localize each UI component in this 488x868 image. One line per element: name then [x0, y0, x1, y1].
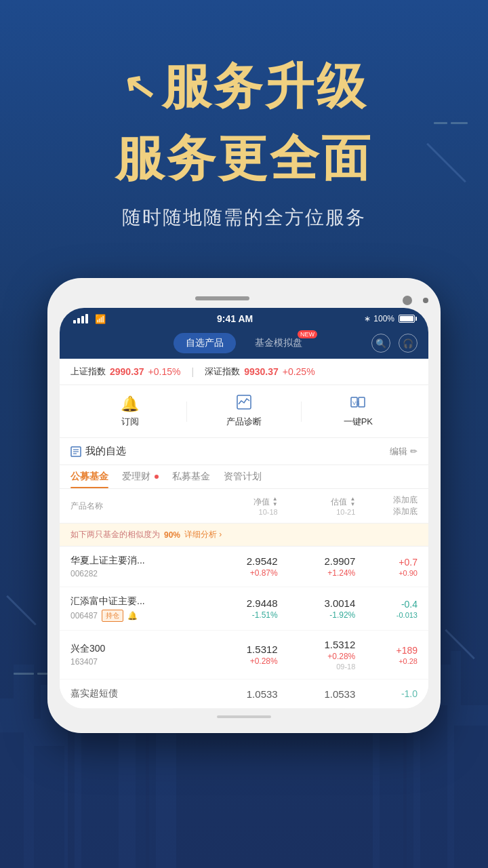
nav-value-3: 1.0533: [200, 688, 278, 700]
fund-row-1[interactable]: 汇添富中证主要... 006487 持仓 🔔 2.9448 -1.51%: [60, 587, 428, 631]
add-value-1: -0.4: [355, 599, 418, 610]
fund-nav-3: 1.0533: [200, 688, 278, 700]
sort-arrows-est: ▲▼: [350, 496, 355, 507]
star-icon: [70, 446, 81, 457]
fund-tab-private-label: 私募基金: [172, 471, 210, 481]
nav-tab-wrapper-jijin: 基金模拟盘 NEW: [243, 333, 314, 353]
fund-tab-row: 公募基金 爱理财 私募基金 资管计划: [60, 465, 428, 489]
similarity-notice: 如下两只基金的相似度为 90% 详细分析 ›: [60, 524, 428, 547]
fund-code-2: 163407: [70, 657, 98, 667]
subscribe-icon: 🔔: [121, 395, 139, 413]
signal-bar-2: [77, 318, 80, 323]
fund-add-3: -1.0: [355, 688, 418, 699]
home-indicator-area: [60, 709, 428, 721]
battery-percent: 100%: [373, 314, 394, 323]
headset-icon-btn[interactable]: 🎧: [399, 334, 418, 353]
fund-tab-private[interactable]: 私募基金: [172, 471, 210, 488]
action-bar: 🔔 订阅 产品诊断: [60, 385, 428, 438]
add-sub-1: -0.013: [355, 611, 418, 619]
add-sub-0: +0.90: [355, 569, 418, 577]
svg-text:VS: VS: [352, 400, 360, 406]
fund-tab-wealth[interactable]: 爱理财: [122, 471, 159, 488]
col-header-name: 产品名称: [70, 500, 200, 512]
section-title: 我的自选: [70, 445, 126, 458]
add-value-3: -1.0: [355, 688, 418, 699]
battery-icon: [399, 315, 415, 323]
fund-tab-wealth-label: 爱理财: [122, 471, 150, 481]
action-diagnose[interactable]: 产品诊断: [187, 395, 300, 428]
fund-est-2: 1.5312 +0.28% 09-18: [278, 639, 356, 671]
est-value-0: 2.9907: [278, 555, 356, 567]
table-header: 产品名称 净值 ▲▼ 10-18 估值 ▲▼ 1: [60, 489, 428, 524]
est-change-0: +1.24%: [278, 568, 356, 578]
ticker-change-2: +0.25%: [283, 366, 315, 377]
nav-tab-jijin-label: 基金模拟盘: [255, 337, 302, 348]
wealth-dot-badge: [155, 475, 159, 479]
col-header-est[interactable]: 估值 ▲▼ 10-21: [278, 496, 356, 516]
section-edit-label: 编辑: [390, 446, 407, 458]
fund-add-1: -0.4 -0.013: [355, 599, 418, 619]
fund-nav-0: 2.9542 +0.87%: [200, 555, 278, 578]
pk-icon: VS: [350, 395, 365, 413]
fund-info-2: 兴全300 163407: [70, 643, 200, 667]
nav-value-2: 1.5312: [200, 644, 278, 655]
fund-code-0: 006282: [70, 569, 98, 578]
fund-est-1: 3.0014 -1.92%: [278, 597, 356, 620]
est-value-1: 3.0014: [278, 597, 356, 609]
signal-bar-3: [81, 316, 84, 323]
status-time: 9:41 AM: [217, 313, 253, 324]
fund-date-2: 09-18: [278, 663, 356, 671]
col-est-text: 估值: [331, 496, 347, 508]
edit-icon: ✏: [410, 446, 418, 456]
nav-value-0: 2.9542: [200, 555, 278, 567]
section-header: 我的自选 编辑 ✏: [60, 438, 428, 465]
hero-title-text1: 服务升级: [162, 54, 368, 119]
fund-tab-public[interactable]: 公募基金: [70, 471, 108, 488]
arrow-icon: ↗: [117, 62, 159, 112]
action-subscribe[interactable]: 🔔 订阅: [73, 395, 186, 428]
nav-change-0: +0.87%: [200, 568, 278, 578]
search-icon-btn[interactable]: 🔍: [371, 334, 390, 353]
fund-info-3: 嘉实超短债: [70, 688, 200, 700]
similarity-link[interactable]: 详细分析 ›: [184, 529, 222, 540]
action-pk[interactable]: VS 一键PK: [302, 395, 415, 428]
signal-bar-4: [85, 314, 88, 323]
col-header-nav[interactable]: 净值 ▲▼ 10-18: [200, 496, 278, 516]
similarity-text: 如下两只基金的相似度为: [70, 529, 160, 540]
add-value-0: +0.7: [355, 557, 418, 568]
wifi-icon: 📶: [95, 314, 106, 324]
fund-row-3[interactable]: 嘉实超短债 1.0533 1.0533 -1.0: [60, 679, 428, 709]
fund-row-0[interactable]: 华夏上证主要消... 006282 2.9542 +0.87% 2.9907 +…: [60, 547, 428, 587]
fund-nav-1: 2.9448 -1.51%: [200, 597, 278, 620]
subscribe-label: 订阅: [121, 416, 139, 428]
hero-title-line2: 服务更全面: [27, 126, 461, 191]
svg-rect-18: [34, 746, 64, 868]
svg-rect-20: [136, 732, 156, 868]
ticker-value-1: 2990.37: [110, 366, 144, 377]
hero-section: ↗ 服务升级 服务更全面 随时随地随需的全方位服务: [0, 0, 488, 278]
fund-row-2[interactable]: 兴全300 163407 1.5312 +0.28% 1.5312 +0.28%: [60, 631, 428, 679]
fund-name-2: 兴全300: [70, 643, 200, 655]
status-bar: 📶 9:41 AM ∗ 100%: [60, 308, 428, 328]
fund-info-1: 汇添富中证主要... 006487 持仓 🔔: [70, 595, 200, 622]
fund-est-0: 2.9907 +1.24%: [278, 555, 356, 578]
diagnose-label: 产品诊断: [226, 416, 262, 428]
est-value-2: 1.5312: [278, 639, 356, 650]
ticker-label-1: 上证指数: [70, 366, 106, 378]
phone-mockup: 📶 9:41 AM ∗ 100% 自选产品: [47, 278, 441, 733]
col-name-text: 产品名称: [70, 501, 103, 511]
fund-name-1: 汇添富中证主要...: [70, 595, 200, 608]
nav-tab-zixuan[interactable]: 自选产品: [174, 333, 236, 353]
fund-name-0: 华夏上证主要消...: [70, 555, 200, 567]
ticker-item-shenzhen: 上证指数 2990.37 +0.15%: [70, 366, 180, 378]
hero-title-text2: 服务更全面: [115, 131, 373, 185]
hero-subtitle: 随时随地随需的全方位服务: [27, 205, 461, 231]
fund-nav-2: 1.5312 +0.28%: [200, 644, 278, 666]
section-edit[interactable]: 编辑 ✏: [390, 446, 418, 458]
phone-speaker: [195, 296, 249, 300]
col-nav-text: 净值: [253, 496, 270, 508]
svg-rect-17: [0, 732, 24, 868]
fund-tab-asset[interactable]: 资管计划: [224, 471, 262, 488]
bell-icon-1[interactable]: 🔔: [127, 611, 138, 620]
nav-tab-zixuan-label: 自选产品: [186, 337, 224, 348]
